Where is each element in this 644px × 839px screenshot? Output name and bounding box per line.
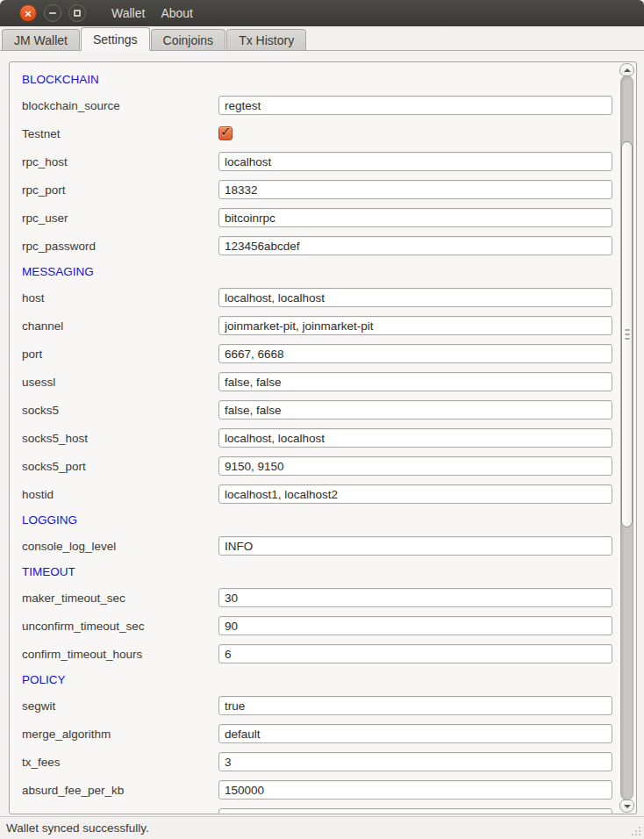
settings-row: tx_fees: [10, 748, 618, 776]
settings-row: unconfirm_timeout_sec: [10, 612, 618, 640]
tab-bar: JM WalletSettingsCoinjoinsTx History: [0, 26, 644, 51]
field-input-tx_fees[interactable]: [218, 752, 612, 771]
settings-form: BLOCKCHAINblockchain_sourceTestnet✓rpc_h…: [10, 62, 618, 814]
settings-row: socks5: [10, 396, 618, 424]
section-header: MESSAGING: [10, 260, 618, 283]
settings-row: hostid: [10, 480, 618, 508]
field-label: socks5: [22, 404, 59, 417]
scrollbar-grip-icon: [625, 333, 629, 335]
settings-scroll-area: BLOCKCHAINblockchain_sourceTestnet✓rpc_h…: [9, 61, 637, 814]
status-bar: Wallet synced successfully.: [0, 816, 644, 839]
arrow-down-icon: [624, 805, 631, 808]
settings-row: usessl: [10, 368, 618, 396]
settings-row: segwit: [10, 692, 618, 720]
check-icon: ✓: [220, 124, 232, 140]
close-button[interactable]: ×: [19, 4, 37, 22]
menu-about[interactable]: About: [153, 0, 201, 26]
field-input-rpc_user[interactable]: [218, 208, 612, 227]
section-header: BLOCKCHAIN: [10, 68, 618, 91]
field-input-socks5[interactable]: [218, 400, 612, 420]
field-input-console_log_level[interactable]: [218, 536, 612, 556]
settings-row: console_log_level: [10, 532, 618, 560]
settings-row: host: [10, 283, 618, 312]
settings-row: Testnet✓: [10, 119, 618, 147]
maximize-icon: [74, 10, 81, 17]
field-input-rpc_password[interactable]: [218, 236, 612, 255]
settings-pane: BLOCKCHAINblockchain_sourceTestnet✓rpc_h…: [0, 51, 644, 816]
field-label: rpc_port: [22, 183, 66, 197]
field-input-usessl[interactable]: [218, 372, 612, 391]
maximize-button[interactable]: [68, 4, 86, 22]
field-label: merge_algorithm: [22, 728, 111, 741]
field-input-port[interactable]: [218, 344, 612, 363]
close-icon: ×: [25, 8, 32, 19]
scrollbar-handle[interactable]: [621, 141, 633, 527]
settings-row: absurd_fee_per_kb: [10, 776, 618, 804]
field-label: hostid: [22, 488, 54, 501]
menu-wallet[interactable]: Wallet: [104, 0, 153, 26]
field-label: host: [22, 291, 45, 305]
settings-row: rpc_password: [10, 232, 618, 260]
vertical-scrollbar[interactable]: [619, 63, 634, 813]
section-header: TIMEOUT: [10, 560, 618, 584]
minimize-icon: [49, 12, 56, 14]
tab-settings[interactable]: Settings: [81, 27, 150, 51]
resize-grip-icon[interactable]: [630, 825, 640, 835]
field-input-channel[interactable]: [218, 316, 612, 335]
field-label: maker_timeout_sec: [22, 592, 125, 605]
field-label: segwit: [22, 699, 55, 713]
field-input-segwit[interactable]: [218, 696, 612, 715]
field-input-unconfirm_timeout_sec[interactable]: [218, 616, 612, 635]
field-input-maker_timeout_sec[interactable]: [218, 588, 612, 607]
section-header: LOGGING: [10, 508, 618, 532]
field-input-rpc_host[interactable]: [218, 152, 612, 171]
field-input-blockchain_source[interactable]: [218, 96, 612, 115]
scroll-down-button[interactable]: [619, 800, 634, 813]
arrow-up-icon: [624, 68, 631, 72]
settings-row: socks5_port: [10, 452, 618, 480]
settings-row: confirm_timeout_hours: [10, 640, 618, 668]
field-label: console_log_level: [22, 540, 116, 553]
settings-row: blockchain_source: [10, 91, 618, 119]
field-input-absurd_fee_per_kb[interactable]: [218, 780, 612, 800]
settings-row: maker_timeout_sec: [10, 584, 618, 612]
field-label: usessl: [22, 376, 55, 389]
settings-row: socks5_host: [10, 424, 618, 452]
settings-row: rpc_user: [10, 204, 618, 232]
field-label: blockchain_source: [22, 99, 120, 112]
field-label: rpc_user: [22, 212, 68, 225]
scrollbar-trough[interactable]: [620, 75, 633, 800]
field-label: confirm_timeout_hours: [22, 648, 142, 661]
menubar: Wallet About: [104, 0, 201, 26]
scroll-up-button[interactable]: [619, 63, 634, 76]
testnet-checkbox[interactable]: ✓: [218, 126, 233, 140]
section-header: POLICY: [10, 668, 618, 692]
field-input-rpc_port[interactable]: [218, 180, 612, 199]
field-label: socks5_host: [22, 432, 88, 445]
settings-row: [10, 804, 618, 814]
settings-row: port: [10, 340, 618, 368]
tab-jm-wallet[interactable]: JM Wallet: [2, 29, 80, 50]
status-message: Wallet synced successfully.: [6, 821, 149, 835]
field-label: tx_fees: [22, 756, 61, 769]
field-label: rpc_host: [22, 155, 68, 169]
field-input-confirm_timeout_hours[interactable]: [218, 644, 612, 663]
field-input-clipped[interactable]: [218, 808, 612, 814]
field-label: channel: [22, 319, 63, 333]
tab-coinjoins[interactable]: Coinjoins: [151, 29, 226, 50]
titlebar: × Wallet About: [0, 0, 644, 26]
field-label: unconfirm_timeout_sec: [22, 620, 145, 633]
field-label: Testnet: [22, 127, 61, 140]
field-input-hostid[interactable]: [218, 484, 612, 504]
tab-tx-history[interactable]: Tx History: [226, 29, 306, 50]
field-input-host[interactable]: [218, 288, 612, 307]
field-input-merge_algorithm[interactable]: [218, 724, 612, 743]
settings-row: channel: [10, 312, 618, 340]
field-label: rpc_password: [22, 240, 96, 253]
field-input-socks5_host[interactable]: [218, 428, 612, 448]
settings-row: rpc_host: [10, 147, 618, 176]
field-label: socks5_port: [22, 460, 86, 473]
settings-row: merge_algorithm: [10, 720, 618, 748]
minimize-button[interactable]: [44, 4, 61, 22]
field-input-socks5_port[interactable]: [218, 456, 612, 476]
